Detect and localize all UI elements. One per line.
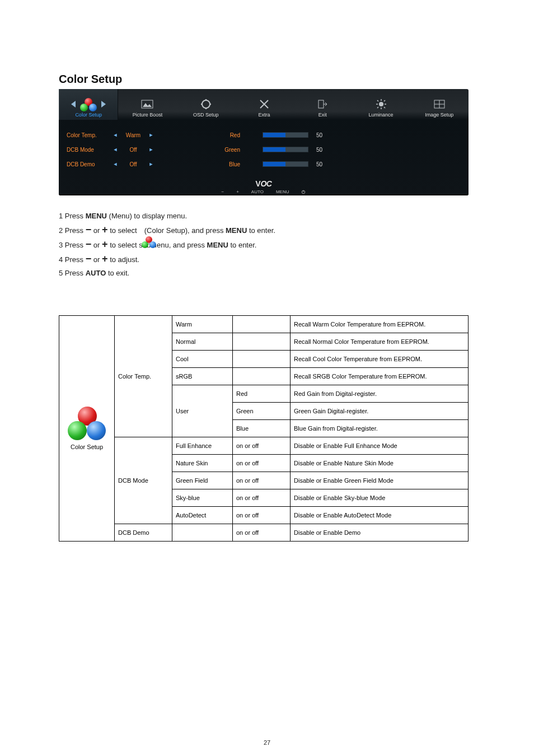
table-desc: Recall Cool Color Temperature from EEPRO… <box>291 351 469 368</box>
table-value <box>233 333 291 351</box>
table-name: Normal <box>172 333 233 351</box>
table-value <box>233 351 291 368</box>
table-row: DCB Demoon or offDisable or Enable Demo <box>59 524 469 542</box>
arrow-left-icon[interactable]: ◄ <box>111 147 119 152</box>
osd-tab-bar: Color Setup Picture Boost OSD Setup Extr… <box>59 89 469 120</box>
hw-minus-icon: − <box>222 189 224 194</box>
table-icon-label: Color Setup <box>63 444 111 450</box>
table-value: on or off <box>233 489 291 507</box>
page-number: 27 <box>0 739 534 746</box>
table-desc: Disable or Enable Green Field Mode <box>291 472 469 489</box>
slider-value: 50 <box>314 132 322 138</box>
plus-icon: + <box>102 253 108 264</box>
table-value <box>233 368 291 385</box>
table-value: on or off <box>233 472 291 489</box>
tab-extra[interactable]: Extra <box>235 89 293 120</box>
setting-label: Color Temp. <box>67 132 111 138</box>
plus-icon: + <box>102 239 108 250</box>
table-value: on or off <box>233 524 291 542</box>
color-setup-icon <box>79 98 98 110</box>
slider-red[interactable]: 50 <box>263 128 464 142</box>
chevron-right-icon <box>101 101 106 108</box>
hw-menu-label: MENU <box>276 189 289 194</box>
instruction-list: 1 Press MENU (Menu) to display menu. 2 P… <box>59 209 469 280</box>
instruction-step-1: 1 Press MENU (Menu) to display menu. <box>59 209 469 223</box>
channel-blue-label: Blue <box>195 161 240 167</box>
table-name: sRGB <box>172 368 233 385</box>
hw-power-icon <box>301 190 306 194</box>
exit-icon <box>317 97 327 111</box>
brand-logo: VOC <box>256 179 272 188</box>
tab-exit[interactable]: Exit <box>293 89 352 120</box>
svg-marker-1 <box>143 103 152 107</box>
tab-label: Luminance <box>369 112 394 118</box>
table-name: Full Enhance <box>172 437 233 455</box>
arrow-left-icon[interactable]: ◄ <box>111 132 119 138</box>
hw-auto-label: AUTO <box>251 189 264 194</box>
table-desc: Recall SRGB Color Temperature from EEPRO… <box>291 368 469 385</box>
table-desc: Recall Warm Color Temperature from EEPRO… <box>291 316 469 333</box>
slider-green[interactable]: 50 <box>263 142 464 157</box>
table-row: Color Setup Color Temp. Warm Recall Warm… <box>59 316 469 333</box>
table-desc: Disable or Enable AutoDetect Mode <box>291 507 469 524</box>
table-row: DCB ModeFull Enhanceon or offDisable or … <box>59 437 469 455</box>
table-value: on or off <box>233 507 291 524</box>
table-desc: Disable or Enable Demo <box>291 524 469 542</box>
tab-image-setup[interactable]: Image Setup <box>410 89 469 120</box>
svg-rect-3 <box>318 100 324 108</box>
table-name: AutoDetect <box>172 507 233 524</box>
arrow-left-icon[interactable]: ◄ <box>111 161 119 167</box>
table-desc: Disable or Enable Nature Skin Mode <box>291 455 469 472</box>
slider-blue[interactable]: 50 <box>263 157 464 171</box>
osd-channel-labels: Red Green Blue <box>195 128 246 171</box>
table-group: Color Temp. <box>115 316 172 437</box>
tab-picture-boost[interactable]: Picture Boost <box>118 89 176 120</box>
tab-label: Exit <box>318 112 327 118</box>
tab-label: OSD Setup <box>193 112 219 118</box>
instruction-step-3: 3 Press − or + to select submenu, and pr… <box>59 237 469 252</box>
arrow-right-icon[interactable]: ► <box>147 132 155 138</box>
channel-red-label: Red <box>195 132 240 138</box>
setting-label: DCB Demo <box>67 161 111 167</box>
table-value <box>233 316 291 333</box>
extra-icon <box>259 97 269 111</box>
osd-settings-list: Color Temp. ◄ Warm ► DCB Mode ◄ Off ► DC… <box>67 128 179 171</box>
setting-dcb-mode[interactable]: DCB Mode ◄ Off ► <box>67 142 179 157</box>
channel-green-label: Green <box>195 147 240 153</box>
tab-color-setup[interactable]: Color Setup <box>59 89 118 120</box>
osd-menu: Color Setup Picture Boost OSD Setup Extr… <box>59 89 469 195</box>
table-group: DCB Mode <box>115 437 172 524</box>
setting-label: DCB Mode <box>67 147 111 153</box>
tab-label: Image Setup <box>425 112 453 118</box>
table-value: Red <box>233 385 291 403</box>
slider-value: 50 <box>314 147 322 153</box>
arrow-right-icon[interactable]: ► <box>147 161 155 167</box>
picture-boost-icon <box>141 97 153 111</box>
instruction-step-5: 5 Press AUTO to exit. <box>59 267 469 280</box>
tab-label: Color Setup <box>75 112 102 118</box>
color-setup-icon <box>64 407 109 440</box>
slider-value: 50 <box>314 161 322 167</box>
arrow-right-icon[interactable]: ► <box>147 147 155 152</box>
table-name: Sky-blue <box>172 489 233 507</box>
image-setup-icon <box>434 97 445 111</box>
table-desc: Red Gain from Digital-register. <box>291 385 469 403</box>
hw-plus-icon: + <box>236 189 239 194</box>
table-value: on or off <box>233 437 291 455</box>
osd-setup-icon <box>200 97 212 111</box>
table-value: on or off <box>233 455 291 472</box>
tab-luminance[interactable]: Luminance <box>352 89 410 120</box>
svg-point-4 <box>379 102 383 106</box>
table-desc: Recall Normal Color Temperature from EEP… <box>291 333 469 351</box>
color-setup-table: Color Setup Color Temp. Warm Recall Warm… <box>59 315 469 542</box>
setting-dcb-demo[interactable]: DCB Demo ◄ Off ► <box>67 157 179 171</box>
instruction-step-2: 2 Press − or + to select (Color Setup), … <box>59 223 469 237</box>
table-desc: Disable or Enable Sky-blue Mode <box>291 489 469 507</box>
tab-osd-setup[interactable]: OSD Setup <box>177 89 235 120</box>
table-name <box>172 524 233 542</box>
table-desc: Disable or Enable Full Enhance Mode <box>291 437 469 455</box>
setting-color-temp[interactable]: Color Temp. ◄ Warm ► <box>67 128 179 142</box>
table-group: DCB Demo <box>115 524 172 542</box>
plus-icon: + <box>102 224 108 235</box>
table-name: Warm <box>172 316 233 333</box>
